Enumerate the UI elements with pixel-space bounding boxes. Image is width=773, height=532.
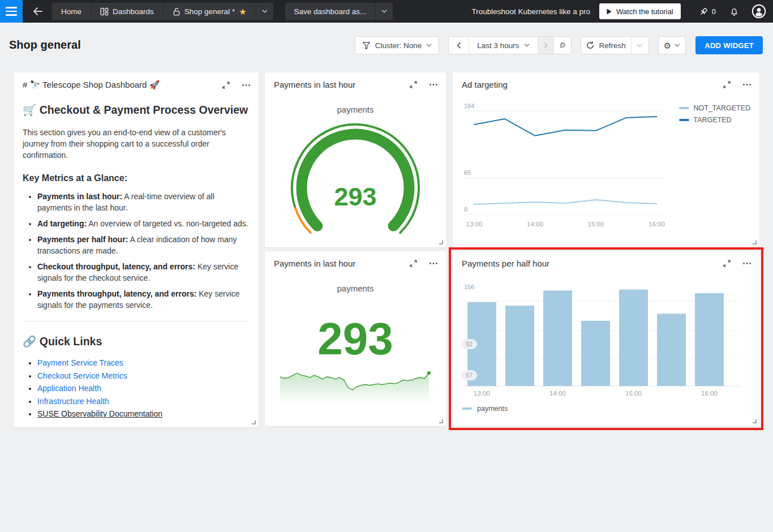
refresh-options-chevron[interactable] <box>632 37 649 54</box>
svg-text:92: 92 <box>466 341 473 347</box>
chevron-left-icon <box>456 42 462 49</box>
nav-tab-group: Home Dashboards Shop general * ★ <box>52 3 273 20</box>
resize-handle[interactable] <box>439 419 443 423</box>
resize-handle[interactable] <box>753 419 757 423</box>
widget-menu-button[interactable] <box>242 81 251 89</box>
refresh-button[interactable]: Refresh <box>581 37 631 54</box>
svg-text:0: 0 <box>464 206 467 213</box>
tab-home[interactable]: Home <box>52 3 91 20</box>
topbar-right-cluster: Troubleshoot Kubernetes like a pro Watch… <box>471 3 773 19</box>
legend-swatch <box>679 119 689 121</box>
expand-widget-button[interactable] <box>222 81 230 89</box>
chevron-down-icon <box>524 42 530 48</box>
expand-widget-button[interactable] <box>409 80 418 89</box>
ellipsis-icon <box>742 259 751 268</box>
svg-text:65: 65 <box>464 169 471 176</box>
gear-icon: ⚙ <box>664 41 671 50</box>
ellipsis-icon <box>429 80 438 89</box>
big-number-value: 293 <box>265 308 446 370</box>
widget-menu-button[interactable] <box>429 80 438 89</box>
tab-shop-general[interactable]: Shop general * ★ <box>164 3 256 20</box>
save-dashboard-label: Save dashboard as... <box>294 7 367 16</box>
sparkline-canvas <box>265 367 446 413</box>
time-range-label: Last 3 hours <box>477 41 519 50</box>
markdown-widget: # 🔭 Telescope Shop Dashboard 🚀 🛒 Checkou… <box>14 72 259 427</box>
settings-button[interactable]: ⚙ <box>659 37 685 54</box>
time-zoom-out-button[interactable] <box>554 37 571 54</box>
expand-icon <box>409 259 418 268</box>
resize-handle[interactable] <box>753 241 757 244</box>
list-item: Payment Service Traces <box>37 357 250 370</box>
link-payment-service-traces[interactable]: Payment Service Traces <box>37 358 123 367</box>
legend-item-targeted[interactable]: TARGETED <box>679 116 750 124</box>
markdown-heading: 🛒 Checkout & Payment Process Overview <box>23 104 250 117</box>
widget-menu-button[interactable] <box>429 259 438 268</box>
link-application-health[interactable]: Application Health <box>37 384 101 393</box>
tab-options-chevron[interactable] <box>256 3 273 20</box>
svg-text:14:00: 14:00 <box>527 221 543 228</box>
ellipsis-icon <box>242 81 251 89</box>
link-checkout-service-metrics[interactable]: Checkout Service Metrics <box>37 371 127 380</box>
resize-handle[interactable] <box>252 421 256 424</box>
widget-title: Payments in last hour <box>274 80 355 89</box>
top-nav-bar: Home Dashboards Shop general * ★ Save da… <box>0 0 773 23</box>
time-range-dropdown[interactable]: Last 3 hours <box>469 37 538 54</box>
lock-open-icon <box>173 7 181 16</box>
favorite-star-icon[interactable]: ★ <box>239 7 246 16</box>
save-dashboard-button[interactable]: Save dashboard as... <box>285 3 376 20</box>
watch-tutorial-button[interactable]: Watch the tutorial <box>599 3 681 19</box>
watch-tutorial-label: Watch the tutorial <box>616 7 673 16</box>
back-button[interactable] <box>28 2 46 20</box>
save-dashboard-chevron[interactable] <box>376 3 393 20</box>
time-forward-button[interactable] <box>538 37 554 54</box>
ellipsis-icon <box>742 80 751 89</box>
pinned-items-button[interactable]: 0 <box>699 7 716 16</box>
metrics-heading: Key Metrics at a Glance: <box>23 173 250 183</box>
resize-handle[interactable] <box>439 241 443 244</box>
user-avatar[interactable] <box>751 4 766 19</box>
legend-label: TARGETED <box>694 116 732 124</box>
svg-text:16:00: 16:00 <box>701 390 718 397</box>
menu-button[interactable] <box>0 0 23 23</box>
svg-text:15:00: 15:00 <box>625 390 642 397</box>
pushpin-icon <box>699 7 708 16</box>
widget-menu-button[interactable] <box>742 259 751 268</box>
notifications-button[interactable] <box>729 7 739 16</box>
svg-text:156: 156 <box>464 284 474 290</box>
dashboard-settings-control: ⚙ <box>658 36 686 54</box>
expand-widget-button[interactable] <box>723 80 731 89</box>
widget-title: Ad targeting <box>462 80 508 89</box>
bell-icon <box>729 7 739 16</box>
quick-links-heading: 🔗 Quick Links <box>23 335 250 348</box>
gauge-chart-canvas: 293 <box>265 114 446 247</box>
svg-text:13:00: 13:00 <box>474 390 490 397</box>
cluster-filter-button[interactable]: Cluster: None <box>355 36 440 54</box>
hamburger-icon <box>6 7 17 8</box>
tab-dashboards[interactable]: Dashboards <box>91 3 164 20</box>
arrow-left-icon <box>33 7 42 15</box>
dashboards-icon <box>100 7 109 16</box>
widget-menu-button[interactable] <box>742 80 751 89</box>
link-infrastructure-health[interactable]: Infrastructure Health <box>37 397 109 406</box>
header-controls: Cluster: None Last 3 hours Refresh <box>355 36 763 54</box>
legend-label: NOT_TARGETED <box>694 104 750 112</box>
divider <box>23 321 250 321</box>
svg-text:15:00: 15:00 <box>588 221 604 228</box>
chevron-down-icon <box>381 8 387 14</box>
cluster-filter-label: Cluster: None <box>375 41 422 50</box>
legend-item-not-targeted[interactable]: NOT_TARGETED <box>679 104 750 112</box>
refresh-control: Refresh <box>581 36 649 54</box>
time-back-button[interactable] <box>449 37 469 54</box>
list-item: Application Health <box>37 382 250 395</box>
metric-item: Payments throughput, latency, and errors… <box>37 288 250 311</box>
expand-widget-button[interactable] <box>723 259 731 268</box>
svg-text:184: 184 <box>464 102 474 109</box>
expand-widget-button[interactable] <box>409 259 418 268</box>
chevron-down-icon <box>426 42 432 48</box>
svg-text:16:00: 16:00 <box>649 221 665 228</box>
link-suse-observability-documentation[interactable]: SUSE Observability Documentation <box>37 409 162 418</box>
filter-funnel-icon <box>362 41 371 50</box>
add-widget-button[interactable]: ADD WIDGET <box>695 36 763 54</box>
expand-icon <box>409 80 418 89</box>
expand-icon <box>723 259 731 268</box>
